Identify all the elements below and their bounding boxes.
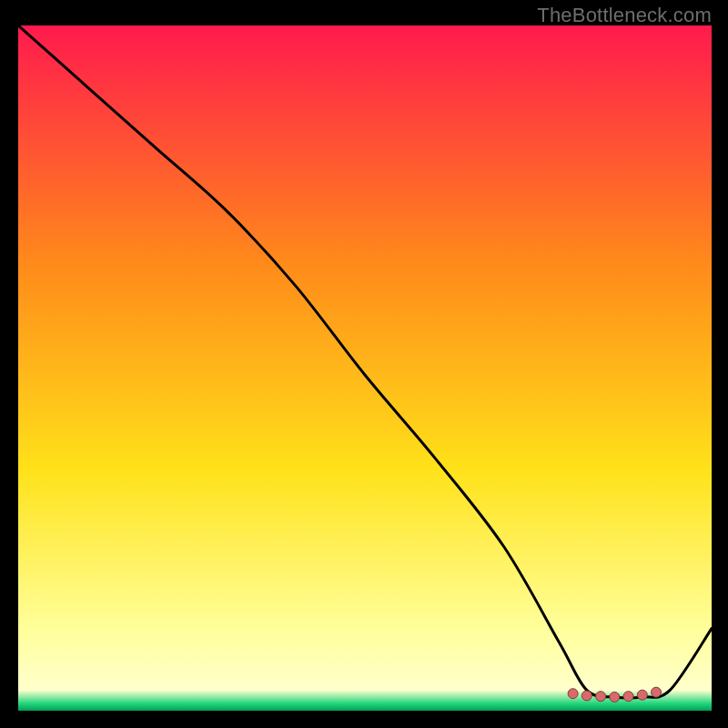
watermark-text: TheBottleneck.com	[537, 4, 712, 27]
plot-area	[18, 25, 712, 711]
optimal-marker	[581, 691, 592, 701]
optimal-marker	[610, 692, 620, 702]
optimal-marker	[637, 690, 647, 700]
optimal-marker	[623, 692, 633, 702]
gradient-background	[18, 25, 712, 711]
optimal-marker	[652, 687, 662, 697]
optimal-marker	[596, 692, 606, 702]
optimal-marker	[568, 689, 578, 699]
chart-frame: TheBottleneck.com	[0, 0, 728, 728]
line-chart	[18, 25, 712, 711]
